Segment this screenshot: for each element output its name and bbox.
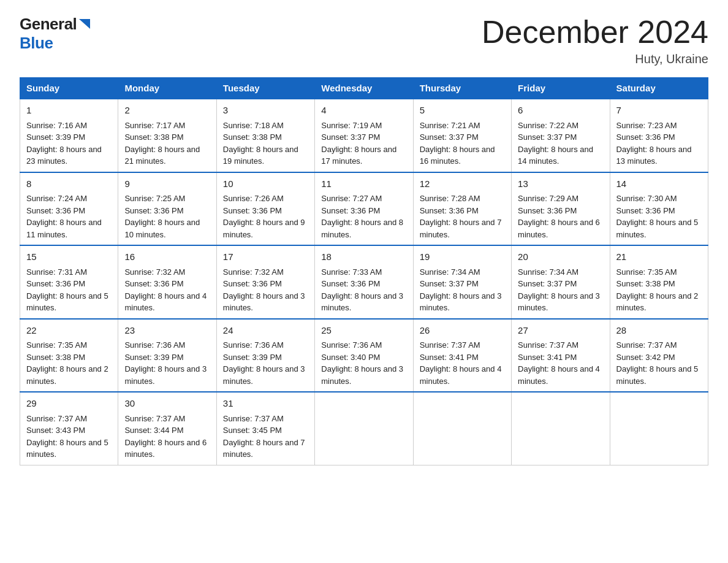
calendar-day-cell: 11Sunrise: 7:27 AMSunset: 3:36 PMDayligh… — [315, 172, 413, 246]
day-number: 22 — [26, 324, 112, 338]
location-text: Huty, Ukraine — [482, 52, 708, 66]
day-info: Sunrise: 7:37 AMSunset: 3:41 PMDaylight:… — [518, 339, 603, 387]
day-number: 27 — [518, 324, 603, 338]
calendar-day-cell: 21Sunrise: 7:35 AMSunset: 3:38 PMDayligh… — [610, 245, 708, 319]
calendar-day-cell: 1Sunrise: 7:16 AMSunset: 3:39 PMDaylight… — [20, 99, 118, 172]
day-number: 4 — [321, 104, 406, 118]
col-tuesday: Tuesday — [216, 78, 314, 99]
day-info: Sunrise: 7:26 AMSunset: 3:36 PMDaylight:… — [223, 193, 308, 240]
day-number: 5 — [420, 104, 505, 118]
calendar-day-cell: 6Sunrise: 7:22 AMSunset: 3:37 PMDaylight… — [512, 99, 610, 172]
day-number: 25 — [321, 324, 406, 338]
calendar-day-cell: 19Sunrise: 7:34 AMSunset: 3:37 PMDayligh… — [413, 245, 511, 319]
logo-arrow-icon — [78, 18, 91, 31]
day-info: Sunrise: 7:30 AMSunset: 3:36 PMDaylight:… — [616, 193, 702, 240]
day-number: 8 — [26, 177, 112, 191]
logo-general-text: General — [20, 15, 77, 34]
calendar-day-cell — [315, 392, 413, 465]
day-number: 20 — [518, 250, 603, 264]
calendar-day-cell: 28Sunrise: 7:37 AMSunset: 3:42 PMDayligh… — [610, 319, 708, 393]
calendar-week-row: 22Sunrise: 7:35 AMSunset: 3:38 PMDayligh… — [20, 319, 708, 393]
day-number: 16 — [124, 250, 210, 264]
day-info: Sunrise: 7:33 AMSunset: 3:36 PMDaylight:… — [321, 266, 406, 314]
day-number: 13 — [518, 177, 603, 191]
calendar-day-cell: 18Sunrise: 7:33 AMSunset: 3:36 PMDayligh… — [315, 245, 413, 319]
calendar-week-row: 1Sunrise: 7:16 AMSunset: 3:39 PMDaylight… — [20, 99, 708, 172]
logo-blue-row: Blue — [20, 34, 53, 53]
day-number: 19 — [420, 250, 505, 264]
day-info: Sunrise: 7:37 AMSunset: 3:44 PMDaylight:… — [124, 413, 210, 461]
page-header: General Blue December 2024 Huty, Ukraine — [20, 15, 708, 66]
calendar-week-row: 15Sunrise: 7:31 AMSunset: 3:36 PMDayligh… — [20, 245, 708, 319]
calendar-day-cell: 23Sunrise: 7:36 AMSunset: 3:39 PMDayligh… — [118, 319, 216, 393]
day-info: Sunrise: 7:25 AMSunset: 3:36 PMDaylight:… — [124, 193, 210, 240]
day-number: 24 — [223, 324, 308, 338]
calendar-day-cell: 2Sunrise: 7:17 AMSunset: 3:38 PMDaylight… — [118, 99, 216, 172]
day-info: Sunrise: 7:18 AMSunset: 3:38 PMDaylight:… — [223, 120, 308, 167]
calendar-day-cell: 25Sunrise: 7:36 AMSunset: 3:40 PMDayligh… — [315, 319, 413, 393]
calendar-day-cell: 12Sunrise: 7:28 AMSunset: 3:36 PMDayligh… — [413, 172, 511, 246]
calendar-day-cell: 27Sunrise: 7:37 AMSunset: 3:41 PMDayligh… — [512, 319, 610, 393]
calendar-day-cell: 31Sunrise: 7:37 AMSunset: 3:45 PMDayligh… — [216, 392, 314, 465]
calendar-day-cell: 4Sunrise: 7:19 AMSunset: 3:37 PMDaylight… — [315, 99, 413, 172]
day-info: Sunrise: 7:31 AMSunset: 3:36 PMDaylight:… — [26, 266, 112, 314]
calendar-header: Sunday Monday Tuesday Wednesday Thursday… — [20, 78, 708, 99]
calendar-day-cell: 9Sunrise: 7:25 AMSunset: 3:36 PMDaylight… — [118, 172, 216, 246]
day-info: Sunrise: 7:23 AMSunset: 3:36 PMDaylight:… — [616, 120, 702, 167]
col-sunday: Sunday — [20, 78, 118, 99]
header-row: Sunday Monday Tuesday Wednesday Thursday… — [20, 78, 708, 99]
calendar-day-cell: 10Sunrise: 7:26 AMSunset: 3:36 PMDayligh… — [216, 172, 314, 246]
day-info: Sunrise: 7:27 AMSunset: 3:36 PMDaylight:… — [321, 193, 406, 240]
col-monday: Monday — [118, 78, 216, 99]
day-number: 29 — [26, 397, 112, 411]
day-info: Sunrise: 7:16 AMSunset: 3:39 PMDaylight:… — [26, 120, 112, 167]
day-info: Sunrise: 7:37 AMSunset: 3:41 PMDaylight:… — [420, 339, 505, 387]
day-number: 1 — [26, 104, 112, 118]
col-friday: Friday — [512, 78, 610, 99]
logo: General Blue — [20, 15, 91, 53]
calendar-day-cell — [512, 392, 610, 465]
day-number: 15 — [26, 250, 112, 264]
day-info: Sunrise: 7:21 AMSunset: 3:37 PMDaylight:… — [420, 120, 505, 167]
day-number: 2 — [124, 104, 210, 118]
day-info: Sunrise: 7:37 AMSunset: 3:43 PMDaylight:… — [26, 413, 112, 461]
day-number: 28 — [616, 324, 702, 338]
title-area: December 2024 Huty, Ukraine — [482, 15, 708, 66]
month-title: December 2024 — [482, 15, 708, 50]
day-number: 26 — [420, 324, 505, 338]
calendar-day-cell: 26Sunrise: 7:37 AMSunset: 3:41 PMDayligh… — [413, 319, 511, 393]
calendar-day-cell: 17Sunrise: 7:32 AMSunset: 3:36 PMDayligh… — [216, 245, 314, 319]
day-info: Sunrise: 7:36 AMSunset: 3:39 PMDaylight:… — [124, 339, 210, 387]
day-info: Sunrise: 7:37 AMSunset: 3:45 PMDaylight:… — [223, 413, 308, 461]
calendar-day-cell: 20Sunrise: 7:34 AMSunset: 3:37 PMDayligh… — [512, 245, 610, 319]
day-number: 14 — [616, 177, 702, 191]
day-info: Sunrise: 7:22 AMSunset: 3:37 PMDaylight:… — [518, 120, 603, 167]
calendar-day-cell: 30Sunrise: 7:37 AMSunset: 3:44 PMDayligh… — [118, 392, 216, 465]
day-number: 21 — [616, 250, 702, 264]
calendar-day-cell — [413, 392, 511, 465]
day-info: Sunrise: 7:17 AMSunset: 3:38 PMDaylight:… — [124, 120, 210, 167]
day-info: Sunrise: 7:19 AMSunset: 3:37 PMDaylight:… — [321, 120, 406, 167]
calendar-day-cell: 3Sunrise: 7:18 AMSunset: 3:38 PMDaylight… — [216, 99, 314, 172]
calendar-day-cell: 29Sunrise: 7:37 AMSunset: 3:43 PMDayligh… — [20, 392, 118, 465]
day-number: 6 — [518, 104, 603, 118]
day-info: Sunrise: 7:36 AMSunset: 3:40 PMDaylight:… — [321, 339, 406, 387]
col-wednesday: Wednesday — [315, 78, 413, 99]
day-info: Sunrise: 7:29 AMSunset: 3:36 PMDaylight:… — [518, 193, 603, 240]
calendar-day-cell: 15Sunrise: 7:31 AMSunset: 3:36 PMDayligh… — [20, 245, 118, 319]
calendar-week-row: 29Sunrise: 7:37 AMSunset: 3:43 PMDayligh… — [20, 392, 708, 465]
day-info: Sunrise: 7:35 AMSunset: 3:38 PMDaylight:… — [616, 266, 702, 314]
day-number: 9 — [124, 177, 210, 191]
day-info: Sunrise: 7:37 AMSunset: 3:42 PMDaylight:… — [616, 339, 702, 387]
day-number: 23 — [124, 324, 210, 338]
day-info: Sunrise: 7:34 AMSunset: 3:37 PMDaylight:… — [518, 266, 603, 314]
day-number: 10 — [223, 177, 308, 191]
calendar-week-row: 8Sunrise: 7:24 AMSunset: 3:36 PMDaylight… — [20, 172, 708, 246]
calendar-day-cell: 7Sunrise: 7:23 AMSunset: 3:36 PMDaylight… — [610, 99, 708, 172]
day-info: Sunrise: 7:36 AMSunset: 3:39 PMDaylight:… — [223, 339, 308, 387]
calendar-day-cell: 14Sunrise: 7:30 AMSunset: 3:36 PMDayligh… — [610, 172, 708, 246]
logo-blue-text: Blue — [20, 34, 53, 52]
logo-line1: General — [20, 15, 91, 34]
day-info: Sunrise: 7:34 AMSunset: 3:37 PMDaylight:… — [420, 266, 505, 314]
calendar-day-cell: 8Sunrise: 7:24 AMSunset: 3:36 PMDaylight… — [20, 172, 118, 246]
